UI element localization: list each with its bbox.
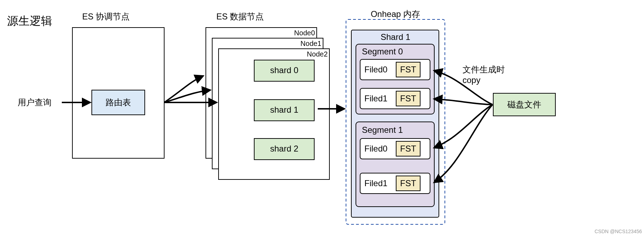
disk-file-label: 磁盘文件 <box>507 100 541 109</box>
seg1-field1-name: Filed1 <box>364 178 387 188</box>
arrow-router-node0 <box>164 76 203 102</box>
diagram-title: 源生逻辑 <box>7 14 52 27</box>
arrow-disk-field-c <box>434 105 493 148</box>
shard-2-label: shard 2 <box>270 144 298 153</box>
user-query-label: 用户查询 <box>18 98 52 107</box>
segment-1-title: Segment 1 <box>362 125 403 135</box>
copy-label-1: 文件生成时 <box>463 65 505 74</box>
coord-node-title: ES 协调节点 <box>82 12 130 21</box>
seg0-field0-fst-label: FST <box>400 65 416 74</box>
copy-label-2: copy <box>463 75 481 85</box>
shard-0-label: shard 0 <box>270 65 298 75</box>
seg0-field1-name: Filed1 <box>364 94 387 103</box>
seg0-field0-name: Filed0 <box>364 65 387 74</box>
arrow-router-node1 <box>164 90 210 102</box>
watermark: CSDN @NCS123456 <box>595 229 642 234</box>
shard1-title: Shard 1 <box>381 32 410 42</box>
seg1-field0-fst-label: FST <box>400 144 416 153</box>
seg0-field1-fst-label: FST <box>400 94 416 103</box>
seg1-field0-name: Filed0 <box>364 144 387 153</box>
onheap-title: Onheap 内存 <box>371 9 420 19</box>
node2-label: Node2 <box>307 50 328 58</box>
node0-label: Node0 <box>294 29 315 37</box>
diagram-canvas: 源生逻辑 ES 协调节点 路由表 用户查询 ES 数据节点 Node0 Node… <box>0 0 644 248</box>
segment-0-title: Segment 0 <box>362 47 403 56</box>
route-table-label: 路由表 <box>106 98 131 107</box>
seg1-field1-fst-label: FST <box>400 178 416 188</box>
node1-label: Node1 <box>300 40 321 47</box>
data-node-title: ES 数据节点 <box>216 12 264 21</box>
shard-1-label: shard 1 <box>270 105 298 114</box>
